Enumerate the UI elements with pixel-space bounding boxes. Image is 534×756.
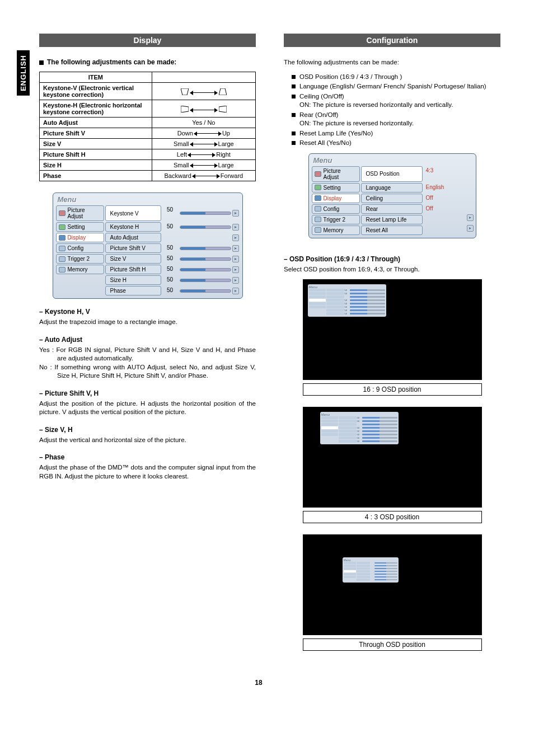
item-value [162, 233, 179, 242]
menu-nav-config[interactable]: Config [56, 243, 104, 253]
screen-16-9: Menu 50 50 50 50 50 50 50 [303, 279, 482, 380]
menu-nav-setting[interactable]: Setting [312, 183, 360, 192]
menu-item-language[interactable]: Language [361, 183, 423, 192]
setting-icon [59, 224, 65, 230]
row-label: Auto Adjust [40, 118, 152, 128]
item-value: 50 [162, 222, 179, 232]
menu-nav-memory[interactable]: Memory [56, 265, 104, 274]
val-left: Left [177, 151, 187, 158]
menu-nav-setting[interactable]: Setting [56, 222, 104, 232]
display-icon [315, 195, 321, 201]
table-row: Size V Small Large [40, 139, 256, 149]
slider[interactable]: ▸ [180, 265, 239, 274]
table-row: Size H Small Large [40, 160, 256, 171]
slider[interactable]: ▸ [180, 286, 239, 295]
item-label: Reset All [366, 227, 388, 233]
menu-item-picture-shift-h[interactable]: Picture Shift H [105, 265, 161, 274]
row-val: Small Large [152, 160, 255, 171]
picture-adjust-icon [59, 210, 65, 216]
menu-item-keystone-h[interactable]: Keystone H [105, 222, 161, 232]
size-text: Adjust the vertical and horizontal size … [39, 436, 256, 445]
auto-adjust-no: No : If something wrong with AUTO Adjust… [39, 363, 256, 381]
val-left: Down [177, 130, 193, 137]
slider-btn-icon[interactable]: ▸ [232, 234, 239, 241]
bullet-rear: Rear (On/Off)ON: The picture is reversed… [292, 111, 500, 128]
caption-through: Through OSD position [303, 638, 482, 651]
menu-item-osd-position[interactable]: OSD Position [361, 166, 423, 182]
table-row: Picture Shift V Down Up [40, 128, 256, 139]
slider[interactable]: ▸ [180, 275, 239, 285]
screen-4-3: Menu 50 50 50 50 50 50 50 [303, 407, 482, 508]
menu-item-rear[interactable]: Rear [361, 204, 423, 214]
nav-label: Memory [324, 227, 344, 233]
menu-item-size-v[interactable]: Size V [105, 254, 161, 264]
picture-shift-text: Adjust the position of the picture. H ad… [39, 400, 256, 417]
slider[interactable]: ▸ [180, 243, 239, 253]
menu-item-reset-all[interactable]: Reset All [361, 226, 423, 235]
row-val [152, 100, 255, 118]
item-value: Off [424, 194, 463, 203]
menu-item-keystone-v[interactable]: Keystone V [105, 205, 161, 221]
menu-item-reset-lamp[interactable]: Reset Lamp Life [361, 215, 423, 224]
val-right: Large [218, 140, 234, 147]
phase-text: Adjust the phase of the DMD™ dots and th… [39, 463, 256, 481]
menu-item-picture-shift-v[interactable]: Picture Shift V [105, 243, 161, 253]
menu-item-ceiling[interactable]: Ceiling [361, 194, 423, 203]
slider-btn-icon[interactable]: ▸ [232, 256, 239, 262]
menu-nav-display[interactable]: Display [56, 233, 104, 242]
enter-btn-icon[interactable]: ▸ [467, 225, 474, 232]
menu-nav-picture-adjust[interactable]: Picture Adjust [56, 205, 104, 221]
language-tab: ENGLISH [17, 50, 30, 96]
phase-heading: – Phase [39, 453, 256, 461]
menu-nav-trigger2[interactable]: Trigger 2 [312, 215, 360, 224]
right-lead: The following adjustments can be made: [284, 58, 500, 67]
trigger-icon [315, 217, 321, 222]
item-value: 4:3 [424, 166, 463, 182]
slider-btn-icon[interactable]: ▸ [232, 210, 239, 217]
slider[interactable]: ▸ [180, 205, 239, 221]
menu-nav-config[interactable]: Config [312, 204, 360, 214]
row-label: Phase [40, 171, 152, 181]
row-label: Keystone-V (Electronic vertical keystone… [40, 83, 152, 100]
slider[interactable]: ▸ [180, 254, 239, 264]
val-right: Forward [221, 172, 243, 179]
slider-btn-icon[interactable]: ▸ [232, 288, 239, 294]
item-value: 50 [162, 243, 179, 253]
table-row: Auto Adjust Yes / No [40, 118, 256, 128]
slider[interactable]: ▸ [180, 222, 239, 232]
osd-position-text: Select OSD position from 16:9, 4:3, or T… [284, 265, 500, 274]
slider-btn-icon[interactable]: ▸ [232, 266, 239, 273]
keystone-heading: – Keystone H, V [39, 308, 256, 316]
menu-title: Menu [311, 156, 474, 166]
enter-btn-icon[interactable]: ▸ [467, 214, 474, 221]
row-val: Left Right [152, 149, 255, 160]
slider[interactable]: ▸ [180, 233, 239, 242]
trigger-icon [59, 256, 65, 262]
val-left: Small [174, 140, 189, 147]
menu-nav-trigger2[interactable]: Trigger 2 [56, 254, 104, 264]
item-value: 50 [162, 265, 179, 274]
item-label: Language [366, 185, 391, 191]
auto-adjust-heading: – Auto Adjust [39, 336, 256, 344]
menu-nav-display[interactable]: Display [312, 194, 360, 203]
row-val: Yes / No [152, 118, 255, 128]
row-label: Size H [40, 160, 152, 171]
svg-marker-3 [219, 106, 227, 112]
slider-btn-icon[interactable]: ▸ [232, 224, 239, 231]
val-left: Backward [165, 172, 191, 179]
menu-nav-memory[interactable]: Memory [312, 226, 360, 235]
item-label: Size H [110, 277, 127, 283]
slider-btn-icon[interactable]: ▸ [232, 277, 239, 284]
menu-nav-picture-adjust[interactable]: Picture Adjust [312, 166, 360, 182]
slider-btn-icon[interactable]: ▸ [232, 245, 239, 252]
nav-label: Setting [68, 224, 85, 230]
menu-item-size-h[interactable]: Size H [105, 275, 161, 285]
menu-title: Menu [55, 195, 240, 205]
page-number: 18 [17, 679, 500, 687]
menu-item-phase[interactable]: Phase [105, 286, 161, 295]
table-head-blank [152, 72, 255, 83]
menu-item-auto-adjust[interactable]: Auto Adjust [105, 233, 161, 242]
table-row: Keystone-V (Electronic vertical keystone… [40, 83, 256, 100]
trapezoid-up-icon [219, 88, 227, 95]
osd-position-heading: – OSD Position (16:9 / 4:3 / Through) [284, 255, 500, 263]
